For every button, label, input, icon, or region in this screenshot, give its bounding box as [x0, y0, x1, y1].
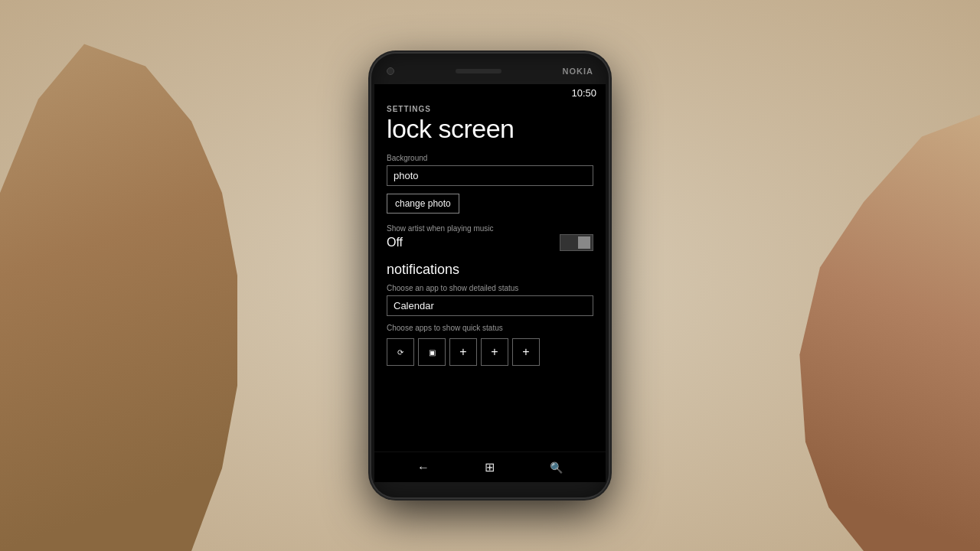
quick-status-add-3[interactable]: +	[512, 338, 540, 366]
phone-bottom	[371, 482, 609, 497]
show-artist-label: Show artist when playing music	[387, 224, 593, 233]
quick-status-row: ⟳ ▣ + + +	[387, 338, 593, 366]
home-button[interactable]: ⊞	[485, 460, 495, 474]
background-dropdown[interactable]: photo	[387, 165, 593, 186]
quick-status-icon-2[interactable]: ▣	[418, 338, 446, 366]
front-camera-icon	[387, 67, 394, 75]
phone-brand: NOKIA	[563, 67, 593, 76]
search-button[interactable]: 🔍	[550, 461, 563, 474]
status-bar: 10:50	[374, 84, 606, 100]
quick-status-add-1[interactable]: +	[449, 338, 477, 366]
phone-screen: 10:50 SETTINGS lock screen Background ph…	[374, 84, 606, 482]
page-title: lock screen	[387, 115, 593, 143]
phone-nav: ← ⊞ 🔍	[374, 452, 606, 482]
show-artist-toggle[interactable]	[560, 234, 593, 251]
phone-top: NOKIA	[371, 54, 609, 84]
background-label: Background	[387, 154, 593, 162]
detailed-status-label: Choose an app to show detailed status	[387, 284, 593, 292]
quick-status-add-2[interactable]: +	[481, 338, 508, 366]
quick-status-label: Choose apps to show quick status	[387, 324, 593, 332]
earpiece-speaker	[456, 69, 501, 73]
notifications-title: notifications	[387, 262, 593, 278]
show-artist-value: Off	[387, 236, 403, 249]
back-button[interactable]: ←	[417, 461, 430, 474]
toggle-thumb	[578, 236, 590, 249]
detailed-status-value: Calendar	[394, 300, 434, 311]
settings-section-label: SETTINGS	[387, 105, 593, 113]
status-time: 10:50	[571, 87, 596, 99]
phone: NOKIA 10:50 SETTINGS lock screen Backgro…	[371, 54, 609, 497]
screen-content: SETTINGS lock screen Background photo ch…	[374, 100, 606, 452]
quick-status-icon-1[interactable]: ⟳	[387, 338, 414, 366]
detailed-status-dropdown[interactable]: Calendar	[387, 295, 593, 316]
background-value: photo	[394, 170, 419, 181]
change-photo-button[interactable]: change photo	[387, 194, 459, 214]
show-artist-row: Show artist when playing music Off	[387, 224, 593, 251]
